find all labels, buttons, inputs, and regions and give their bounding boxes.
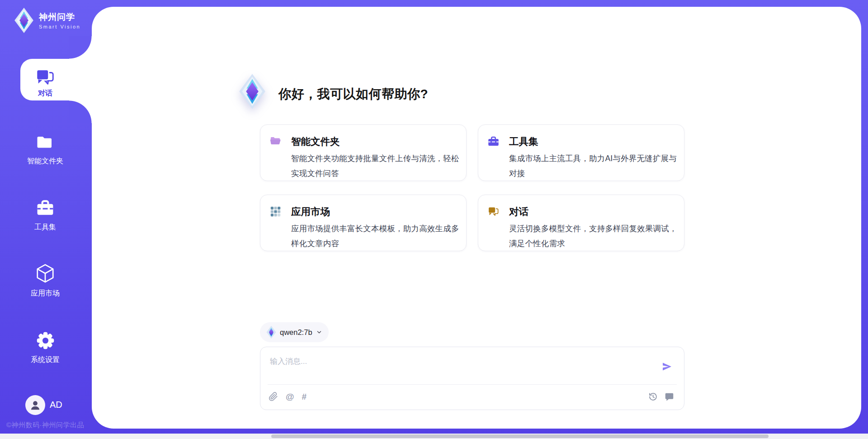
card-desc: 集成市场上主流工具，助力AI与外界无缝扩展与对接 bbox=[509, 151, 680, 181]
message-input[interactable]: 输入消息... @ # bbox=[260, 347, 684, 410]
send-icon[interactable] bbox=[661, 361, 672, 372]
sidebar-item-market[interactable]: 应用市场 bbox=[0, 262, 90, 298]
message-input-placeholder: 输入消息... bbox=[270, 356, 307, 367]
sidebar-item-settings[interactable]: 系统设置 bbox=[0, 330, 90, 365]
sidebar-item-folders-label: 智能文件夹 bbox=[0, 157, 90, 166]
avatar[interactable] bbox=[25, 395, 45, 415]
card-desc: 应用市场提供丰富长文本模板，助力高效生成多样化文章内容 bbox=[291, 221, 462, 251]
composer-divider bbox=[268, 384, 677, 385]
chat-icon bbox=[35, 67, 56, 88]
user-name: AD bbox=[50, 400, 62, 410]
tab-fillet-top bbox=[69, 36, 92, 59]
toolbox-icon bbox=[35, 198, 55, 218]
card-title: 对话 bbox=[509, 205, 528, 218]
history-icon[interactable] bbox=[648, 392, 658, 401]
folder-open-icon bbox=[269, 135, 282, 148]
card-smart-folder[interactable]: 智能文件夹 智能文件夹功能支持批量文件上传与清洗，轻松实现文件问答 bbox=[260, 124, 467, 181]
card-chat[interactable]: 对话 灵活切换多模型文件，支持多样回复效果调试，满足个性化需求 bbox=[478, 195, 684, 251]
card-app-market[interactable]: 应用市场 应用市场提供丰富长文本模板，助力高效生成多样化文章内容 bbox=[260, 195, 467, 251]
brand-subtitle: Smart Vision bbox=[39, 24, 80, 29]
card-title: 工具集 bbox=[509, 135, 538, 148]
card-title: 应用市场 bbox=[291, 205, 330, 218]
toolbox-icon bbox=[487, 135, 500, 148]
greeting-text: 你好，我可以如何帮助你? bbox=[278, 86, 428, 103]
sidebar-item-market-label: 应用市场 bbox=[0, 289, 90, 298]
sidebar-item-chat-label: 对话 bbox=[20, 89, 70, 98]
card-desc: 灵活切换多模型文件，支持多样回复效果调试，满足个性化需求 bbox=[509, 221, 680, 251]
sidebar-item-toolbox-label: 工具集 bbox=[0, 223, 90, 232]
sidebar-item-settings-label: 系统设置 bbox=[0, 355, 90, 365]
sidebar-item-toolbox[interactable]: 工具集 bbox=[0, 198, 90, 232]
tab-fillet-bottom bbox=[69, 100, 92, 123]
brand: 神州问学 Smart Vision bbox=[14, 7, 80, 35]
copyright: ©神州数码·神州问学出品 bbox=[6, 421, 84, 429]
brand-logo-icon bbox=[14, 7, 34, 35]
greeting-logo-icon bbox=[239, 73, 266, 111]
at-icon[interactable]: @ bbox=[286, 392, 294, 401]
model-logo-icon bbox=[266, 325, 276, 339]
folder-icon bbox=[35, 133, 55, 152]
brand-name: 神州问学 bbox=[39, 12, 75, 22]
feature-cards: 智能文件夹 智能文件夹功能支持批量文件上传与清洗，轻松实现文件问答 工具集 集成… bbox=[260, 124, 684, 251]
card-toolbox[interactable]: 工具集 集成市场上主流工具，助力AI与外界无缝扩展与对接 bbox=[478, 124, 684, 181]
model-selector[interactable]: qwen2:7b bbox=[260, 322, 329, 342]
paperclip-icon[interactable] bbox=[269, 392, 278, 401]
horizontal-scrollbar-thumb[interactable] bbox=[271, 434, 769, 438]
sidebar-item-folders[interactable]: 智能文件夹 bbox=[0, 133, 90, 166]
chat-bubble-icon[interactable] bbox=[665, 392, 674, 401]
person-icon bbox=[29, 399, 41, 411]
card-title: 智能文件夹 bbox=[291, 135, 340, 148]
card-desc: 智能文件夹功能支持批量文件上传与清洗，轻松实现文件问答 bbox=[291, 151, 462, 181]
gear-icon bbox=[35, 330, 56, 351]
hash-icon[interactable]: # bbox=[302, 392, 307, 401]
model-name: qwen2:7b bbox=[280, 328, 312, 337]
chat-icon bbox=[487, 205, 500, 218]
chevron-down-icon bbox=[316, 329, 322, 335]
cube-icon bbox=[35, 262, 56, 284]
grid-icon bbox=[269, 205, 282, 218]
